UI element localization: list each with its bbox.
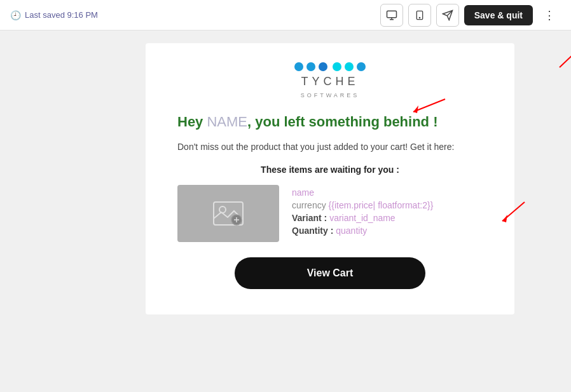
product-row: name currency {{item.price| floatformat:… [171,185,489,242]
topbar: 🕘 Last saved 9:16 PM Save & quit ⋮ [0,0,571,30]
product-quantity: Quantity : quantity [292,226,483,236]
logo-area: TYCHE SOFTWARES [171,62,489,98]
desktop-view-button[interactable] [380,4,403,27]
dot-group-right [333,62,366,71]
content-area: TYCHE SOFTWARES Hey NAME, you left somet… [89,30,571,392]
product-variant: Variant : variant_id_name [292,213,483,223]
dot-4 [333,62,341,71]
dot-6 [357,62,366,71]
mobile-view-button[interactable] [408,4,431,27]
send-button[interactable] [436,4,459,27]
quantity-var: quantity [336,226,367,236]
logo-subtext: SOFTWARES [301,92,360,98]
product-image [177,185,279,242]
save-quit-button[interactable]: Save & quit [464,5,533,25]
logo-text: TYCHE [301,75,359,88]
svg-point-8 [219,206,226,213]
product-details: name currency {{item.price| floatformat:… [292,185,483,236]
sidebar [0,30,89,392]
dot-2 [306,62,315,71]
svg-rect-0 [387,11,396,18]
email-card: TYCHE SOFTWARES Hey NAME, you left somet… [146,43,514,314]
quantity-label: Quantity : [292,226,333,236]
price-var: {{item.price| floatformat:2}} [329,200,434,210]
main-layout: TYCHE SOFTWARES Hey NAME, you left somet… [0,30,571,392]
dot-group-left [294,62,327,71]
dot-1 [294,62,303,71]
variant-var: variant_id_name [329,213,396,223]
email-heading: Hey NAME, you left something behind ! [171,114,489,130]
heading-prefix: Hey [177,114,207,130]
product-price: currency {{item.price| floatformat:2}} [292,200,483,210]
svg-point-4 [419,17,420,18]
dot-3 [319,62,327,71]
logo-dots [294,62,366,71]
last-saved-text: Last saved 9:16 PM [25,10,98,20]
more-options-button[interactable]: ⋮ [538,4,561,27]
topbar-actions: Save & quit ⋮ [380,4,561,27]
logo-container: TYCHE SOFTWARES [294,62,366,98]
clock-icon: 🕘 [10,10,21,20]
product-name: name [292,187,483,198]
svg-line-14 [560,43,571,67]
heading-suffix: , you left something behind ! [247,114,437,130]
view-cart-button[interactable]: View Cart [235,257,425,289]
variant-label: Variant : [292,213,327,223]
items-heading: These items are waiting for you : [171,165,489,175]
name-placeholder: NAME [207,114,247,130]
price-prefix: currency [292,200,329,210]
dot-5 [345,62,354,71]
last-saved-info: 🕘 Last saved 9:16 PM [10,10,98,20]
email-subtext: Don't miss out the product that you just… [171,142,489,152]
